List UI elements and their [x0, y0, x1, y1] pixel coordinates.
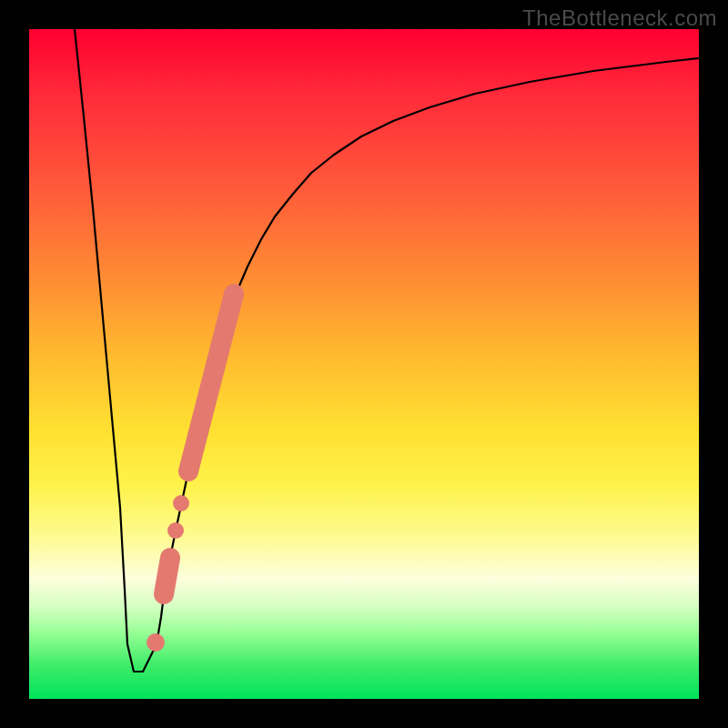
data-marker [164, 558, 170, 594]
plot-area [29, 29, 699, 699]
marker-layer [147, 294, 234, 652]
data-marker [188, 294, 234, 471]
watermark-text: TheBottleneck.com [522, 5, 717, 31]
data-marker [167, 522, 184, 539]
chart-frame: TheBottleneck.com [0, 0, 728, 728]
chart-svg [29, 29, 699, 699]
data-marker [147, 633, 165, 652]
data-marker [173, 495, 189, 511]
